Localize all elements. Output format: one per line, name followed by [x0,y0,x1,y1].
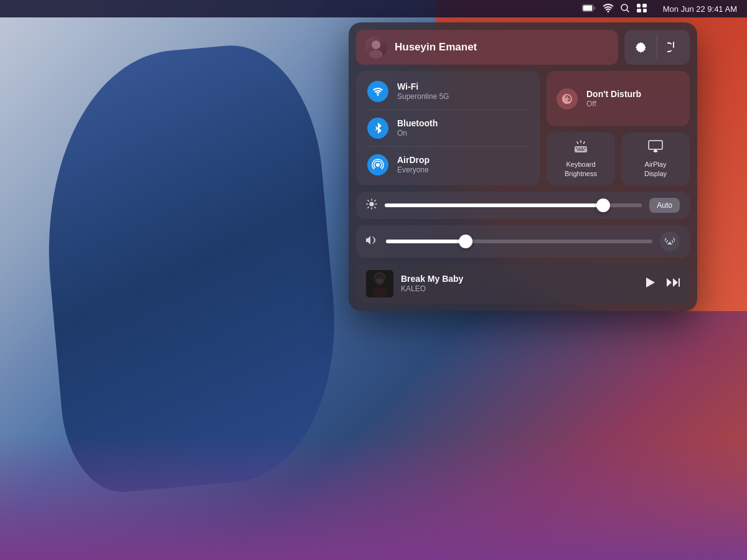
dnd-subtitle: Off [586,100,641,108]
brightness-slider-thumb[interactable] [596,198,610,212]
svg-rect-18 [585,147,586,149]
dnd-title: Don't Disturb [586,89,641,100]
svg-point-21 [370,202,374,207]
svg-point-8 [372,40,380,49]
keyboard-brightness-label: Keyboard Brightness [565,160,597,178]
track-title: Break My Baby [401,273,637,284]
brightness-slider-section: Auto [356,192,690,219]
svg-rect-34 [679,278,680,287]
right-tiles: Don't Disturb Off [547,71,690,185]
svg-line-13 [584,142,585,144]
control-center-panel: Huseyin Emanet [349,22,697,311]
keyboard-brightness-tile[interactable]: Keyboard Brightness [547,133,615,185]
net-divider-2 [367,146,529,147]
airdrop-title: AirDrop [397,155,430,166]
power-button[interactable] [657,30,690,65]
airplay-display-tile[interactable]: AirPlay Display [621,133,690,185]
svg-point-10 [376,163,380,167]
airdrop-icon-circle [367,154,388,175]
bluetooth-subtitle: On [397,129,438,138]
bluetooth-title: Bluetooth [397,118,438,129]
svg-line-3 [627,10,629,12]
wifi-title: Wi-Fi [397,82,449,92]
bluetooth-icon-circle [367,118,388,139]
menubar: Mon Jun 22 9:41 AM [0,0,747,17]
user-profile-button[interactable]: Huseyin Emanet [356,30,618,65]
user-row: Huseyin Emanet [356,30,690,65]
volume-slider-fill [386,240,466,243]
search-icon[interactable] [621,4,629,14]
svg-rect-1 [583,6,592,11]
volume-icon [366,235,378,248]
brightness-slider-track[interactable] [385,203,642,207]
dnd-tile[interactable]: Don't Disturb Off [547,71,690,126]
airdrop-subtitle: Everyone [397,166,430,174]
volume-slider-section [356,225,690,258]
bluetooth-text: Bluetooth On [397,118,438,138]
svg-rect-5 [642,4,647,7]
small-tiles-row: Keyboard Brightness AirPlay [547,133,690,185]
airplay-audio-button[interactable] [660,231,680,251]
brightness-slider-fill [385,203,603,207]
bluetooth-item[interactable]: Bluetooth On [365,114,532,142]
dnd-icon-circle [557,88,578,110]
svg-line-12 [577,142,578,144]
svg-line-26 [368,200,369,201]
svg-line-27 [375,207,375,208]
menubar-system-icons [582,4,647,14]
auto-brightness-button[interactable]: Auto [649,198,680,213]
main-tiles-row: Wi-Fi Superonline 5G Bluetooth On [356,71,690,185]
skip-forward-button[interactable] [666,277,680,291]
svg-rect-16 [579,147,581,149]
album-art [366,270,393,297]
wifi-icon [603,4,613,14]
airdrop-text: AirDrop Everyone [397,155,430,174]
airdrop-item[interactable]: AirDrop Everyone [365,151,532,179]
wifi-subtitle: Superonline 5G [397,92,449,101]
airplay-display-label: AirPlay Display [644,160,667,178]
album-art-image [366,270,393,297]
svg-rect-6 [637,9,641,12]
avatar [365,36,387,58]
dnd-text: Don't Disturb Off [586,89,641,108]
svg-rect-15 [576,147,578,149]
control-center-icon[interactable] [637,4,647,14]
track-info: Break My Baby KALEO [401,273,637,294]
svg-line-28 [375,200,375,201]
volume-slider-thumb[interactable] [459,235,472,248]
track-artist: KALEO [401,284,637,294]
volume-slider-track[interactable] [386,240,652,243]
brightness-icon [366,198,377,212]
battery-icon [582,4,596,14]
settings-button[interactable] [624,30,657,65]
svg-rect-4 [637,4,641,7]
avatar-image [365,36,387,58]
bg-bottom-gradient [0,436,747,560]
svg-line-29 [368,207,369,208]
play-button[interactable] [645,276,656,292]
svg-point-9 [369,50,383,58]
wifi-item[interactable]: Wi-Fi Superonline 5G [365,77,532,106]
svg-point-33 [372,287,387,297]
svg-rect-7 [643,9,647,12]
svg-rect-20 [649,141,662,149]
playback-controls [645,276,680,292]
user-name-label: Huseyin Emanet [395,41,477,54]
system-buttons [624,30,690,65]
menubar-datetime: Mon Jun 22 9:41 AM [663,4,737,14]
net-divider-1 [367,110,529,110]
wifi-icon-circle [367,81,388,102]
network-tiles: Wi-Fi Superonline 5G Bluetooth On [356,71,540,185]
airplay-display-icon [648,140,663,156]
svg-rect-17 [581,147,583,149]
now-playing-section: Break My Baby KALEO [356,264,690,304]
svg-rect-19 [577,149,585,151]
wifi-text: Wi-Fi Superonline 5G [397,82,449,101]
keyboard-brightness-icon [573,140,588,156]
